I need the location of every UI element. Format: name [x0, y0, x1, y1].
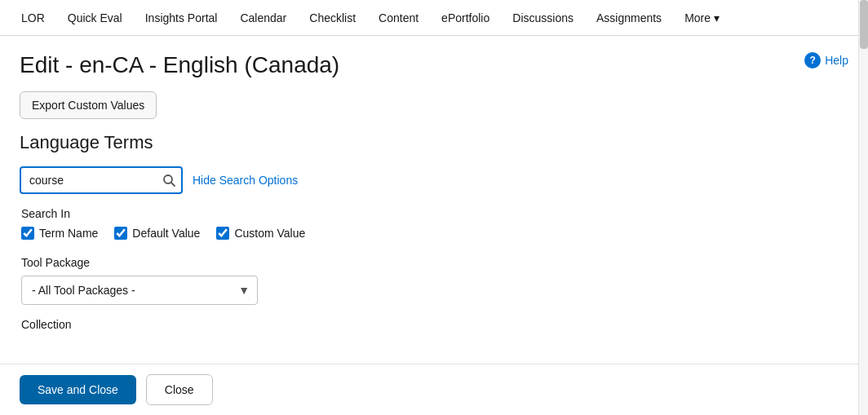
help-link[interactable]: ? Help: [804, 52, 848, 68]
nav-item-calendar[interactable]: Calendar: [228, 0, 298, 36]
section-title: Language Terms: [20, 132, 848, 153]
nav-item-insights-portal[interactable]: Insights Portal: [134, 0, 229, 36]
nav-item-checklist[interactable]: Checklist: [298, 0, 367, 36]
tool-package-select-wrapper: - All Tool Packages - Option 1 Option 2 …: [21, 276, 258, 305]
nav-item-lor[interactable]: LOR: [10, 0, 56, 36]
chevron-down-icon: ▾: [714, 11, 720, 24]
search-options: Search In Term Name Default Value Custom…: [21, 207, 848, 331]
tool-package-label: Tool Package: [21, 256, 848, 269]
nav-item-more[interactable]: More ▾: [673, 0, 731, 36]
search-in-label: Search In: [21, 207, 848, 220]
page-title: Edit - en-CA - English (Canada): [20, 52, 339, 78]
bottom-bar: Save and Close Close: [0, 364, 868, 415]
search-row: Hide Search Options: [20, 166, 848, 194]
svg-line-1: [171, 183, 175, 186]
checkbox-term-name-input[interactable]: [21, 227, 34, 240]
close-button[interactable]: Close: [146, 374, 213, 405]
collection-label: Collection: [21, 318, 848, 331]
checkbox-default-value-input[interactable]: [114, 227, 127, 240]
hide-search-options-link[interactable]: Hide Search Options: [193, 174, 298, 187]
help-label: Help: [825, 54, 848, 67]
nav-item-assignments[interactable]: Assignments: [585, 0, 673, 36]
tool-package-select[interactable]: - All Tool Packages - Option 1 Option 2: [21, 276, 258, 305]
save-and-close-button[interactable]: Save and Close: [20, 375, 136, 404]
export-custom-values-button[interactable]: Export Custom Values: [20, 91, 157, 119]
checkbox-default-value[interactable]: Default Value: [114, 227, 200, 240]
checkbox-default-value-label: Default Value: [132, 227, 200, 240]
checkbox-term-name[interactable]: Term Name: [21, 227, 98, 240]
nav-item-eportfolio[interactable]: ePortfolio: [430, 0, 501, 36]
scrollbar[interactable]: [858, 0, 868, 415]
checkbox-custom-value[interactable]: Custom Value: [216, 227, 305, 240]
checkbox-term-name-label: Term Name: [39, 227, 98, 240]
main-content: Edit - en-CA - English (Canada) ? Help E…: [0, 36, 868, 364]
nav-item-quick-eval[interactable]: Quick Eval: [56, 0, 134, 36]
nav-item-content[interactable]: Content: [367, 0, 430, 36]
checkbox-custom-value-input[interactable]: [216, 227, 229, 240]
help-icon: ?: [804, 52, 821, 68]
checkbox-custom-value-label: Custom Value: [234, 227, 305, 240]
collection-section: Collection: [21, 318, 848, 331]
nav-item-discussions[interactable]: Discussions: [501, 0, 585, 36]
search-input-wrapper: [20, 166, 183, 194]
checkboxes-row: Term Name Default Value Custom Value: [21, 227, 848, 240]
tool-package-section: Tool Package - All Tool Packages - Optio…: [21, 256, 848, 305]
search-button[interactable]: [158, 170, 179, 191]
search-icon: [162, 174, 175, 187]
page-header: Edit - en-CA - English (Canada) ? Help: [20, 52, 848, 78]
scrollbar-thumb[interactable]: [860, 0, 868, 49]
top-navigation: LOR Quick Eval Insights Portal Calendar …: [0, 0, 868, 36]
